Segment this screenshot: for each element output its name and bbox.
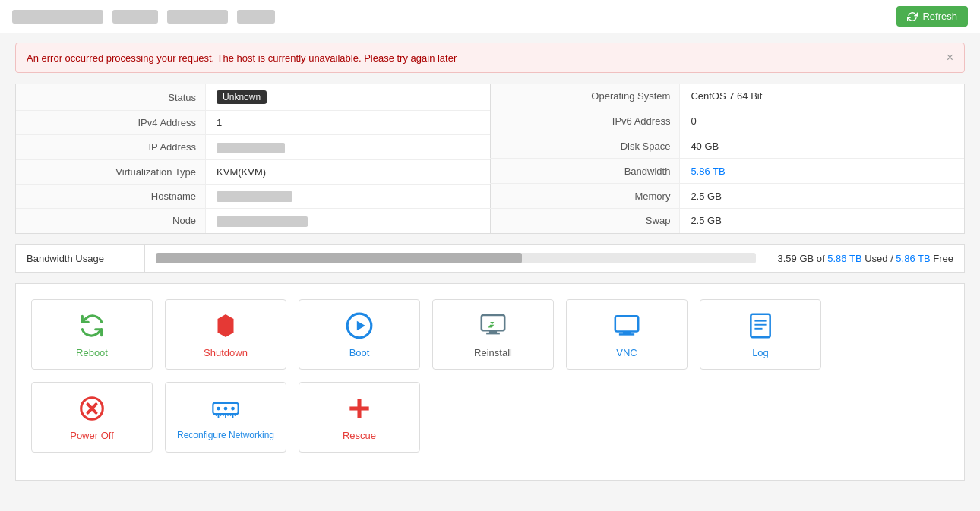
svg-rect-9 bbox=[751, 314, 770, 336]
svg-rect-25 bbox=[349, 406, 368, 410]
reinstall-label: Reinstall bbox=[474, 347, 512, 358]
log-icon bbox=[745, 311, 776, 341]
table-row: Status Unknown bbox=[16, 84, 490, 111]
svg-point-20 bbox=[224, 407, 228, 411]
reinstall-icon bbox=[478, 311, 508, 341]
log-label: Log bbox=[752, 347, 769, 358]
bandwidth-highlight2: 5.86 TB bbox=[896, 253, 930, 264]
info-table-left: Status Unknown IPv4 Address 1 IP Address… bbox=[16, 84, 490, 233]
reconfig-button[interactable]: Reconfigure Networking bbox=[165, 382, 286, 453]
svg-rect-6 bbox=[615, 316, 638, 331]
poweroff-label: Power Off bbox=[70, 430, 114, 441]
table-row: IP Address bbox=[16, 135, 490, 160]
alert-close-button[interactable]: × bbox=[947, 51, 953, 65]
bandwidth-link[interactable]: 5.86 TB bbox=[691, 166, 725, 177]
rescue-icon bbox=[344, 393, 375, 424]
info-table-right: Operating System CentOS 7 64 Bit IPv6 Ad… bbox=[490, 84, 964, 233]
svg-marker-2 bbox=[357, 320, 365, 330]
value-virt: KVM(KVM) bbox=[206, 159, 490, 184]
shutdown-button[interactable]: Shutdown bbox=[165, 299, 286, 370]
label-ip: IP Address bbox=[16, 135, 206, 160]
table-row: IPv6 Address 0 bbox=[491, 109, 965, 134]
bandwidth-text: 3.59 GB of 5.86 TB Used / 5.86 TB Free bbox=[767, 245, 965, 272]
log-button[interactable]: Log bbox=[700, 299, 821, 370]
svg-point-21 bbox=[231, 407, 235, 411]
table-row: Memory 2.5 GB bbox=[491, 184, 965, 209]
label-ipv4: IPv4 Address bbox=[16, 111, 206, 135]
value-disk: 40 GB bbox=[680, 134, 964, 159]
actions-row-2: Power Off Reconfigure Networking bbox=[31, 382, 949, 453]
label-memory: Memory bbox=[491, 184, 680, 209]
actions-section: Reboot Shutdown Boot bbox=[15, 283, 965, 481]
blurred-info-1 bbox=[12, 10, 103, 24]
alert-message: An error occurred processing your reques… bbox=[27, 52, 457, 64]
value-ip bbox=[206, 135, 490, 160]
table-row: Node bbox=[16, 209, 490, 233]
label-bandwidth: Bandwidth bbox=[491, 159, 680, 184]
status-badge: Unknown bbox=[217, 90, 267, 104]
boot-label: Boot bbox=[349, 347, 370, 358]
label-ipv6: IPv6 Address bbox=[491, 109, 680, 134]
shutdown-icon bbox=[210, 311, 241, 341]
label-node: Node bbox=[16, 209, 206, 233]
value-bandwidth: 5.86 TB bbox=[680, 159, 964, 184]
bandwidth-bar-wrap bbox=[145, 245, 767, 271]
value-ipv4: 1 bbox=[206, 111, 490, 135]
label-os: Operating System bbox=[491, 84, 680, 109]
reinstall-button[interactable]: Reinstall bbox=[432, 299, 554, 370]
table-row: Virtualization Type KVM(KVM) bbox=[16, 159, 490, 184]
poweroff-icon bbox=[77, 393, 107, 424]
refresh-button[interactable]: Refresh bbox=[896, 6, 968, 27]
value-swap: 2.5 GB bbox=[680, 208, 964, 232]
label-status: Status bbox=[16, 84, 206, 111]
table-row: IPv4 Address 1 bbox=[16, 111, 490, 135]
bandwidth-bar-fill bbox=[156, 253, 522, 263]
table-row: Hostname bbox=[16, 184, 490, 209]
top-bar: Refresh bbox=[0, 0, 980, 33]
blurred-node bbox=[217, 216, 308, 227]
rescue-label: Rescue bbox=[343, 430, 376, 441]
label-hostname: Hostname bbox=[16, 184, 206, 209]
refresh-label: Refresh bbox=[922, 11, 957, 22]
svg-point-19 bbox=[217, 407, 220, 411]
poweroff-button[interactable]: Power Off bbox=[31, 382, 153, 453]
reboot-icon bbox=[77, 311, 107, 341]
shutdown-label: Shutdown bbox=[204, 347, 248, 358]
table-row: Bandwidth 5.86 TB bbox=[491, 159, 965, 184]
top-bar-left bbox=[12, 10, 275, 24]
reconfig-label: Reconfigure Networking bbox=[177, 430, 274, 440]
info-section: Status Unknown IPv4 Address 1 IP Address… bbox=[15, 84, 965, 234]
vnc-icon bbox=[612, 311, 642, 341]
value-status: Unknown bbox=[206, 84, 490, 111]
table-row: Operating System CentOS 7 64 Bit bbox=[491, 84, 965, 109]
table-row: Disk Space 40 GB bbox=[491, 134, 965, 159]
bandwidth-highlight1: 5.86 TB bbox=[827, 253, 861, 264]
table-row: Swap 2.5 GB bbox=[491, 208, 965, 232]
vnc-button[interactable]: VNC bbox=[566, 299, 688, 370]
reconfig-icon bbox=[210, 393, 241, 424]
blurred-info-2 bbox=[112, 10, 158, 24]
bandwidth-bar-bg bbox=[156, 253, 756, 263]
value-hostname bbox=[206, 184, 490, 209]
svg-marker-0 bbox=[218, 314, 234, 337]
reboot-label: Reboot bbox=[76, 347, 108, 358]
refresh-icon bbox=[907, 11, 918, 22]
boot-button[interactable]: Boot bbox=[299, 299, 420, 370]
blurred-info-3 bbox=[167, 10, 228, 24]
value-ipv6: 0 bbox=[680, 109, 964, 134]
label-swap: Swap bbox=[491, 208, 680, 232]
label-virt: Virtualization Type bbox=[16, 159, 206, 184]
blurred-hostname bbox=[217, 191, 292, 202]
blurred-ip bbox=[217, 143, 285, 153]
reboot-button[interactable]: Reboot bbox=[31, 299, 153, 370]
value-os: CentOS 7 64 Bit bbox=[680, 84, 964, 109]
bandwidth-section: Bandwidth Usage 3.59 GB of 5.86 TB Used … bbox=[15, 244, 965, 273]
rescue-button[interactable]: Rescue bbox=[299, 382, 420, 453]
value-memory: 2.5 GB bbox=[680, 184, 964, 209]
value-node bbox=[206, 209, 490, 233]
vnc-label: VNC bbox=[616, 347, 637, 358]
error-alert: An error occurred processing your reques… bbox=[15, 43, 965, 73]
blurred-info-4 bbox=[237, 10, 275, 24]
actions-row-1: Reboot Shutdown Boot bbox=[31, 299, 949, 370]
bandwidth-label: Bandwidth Usage bbox=[16, 245, 145, 272]
